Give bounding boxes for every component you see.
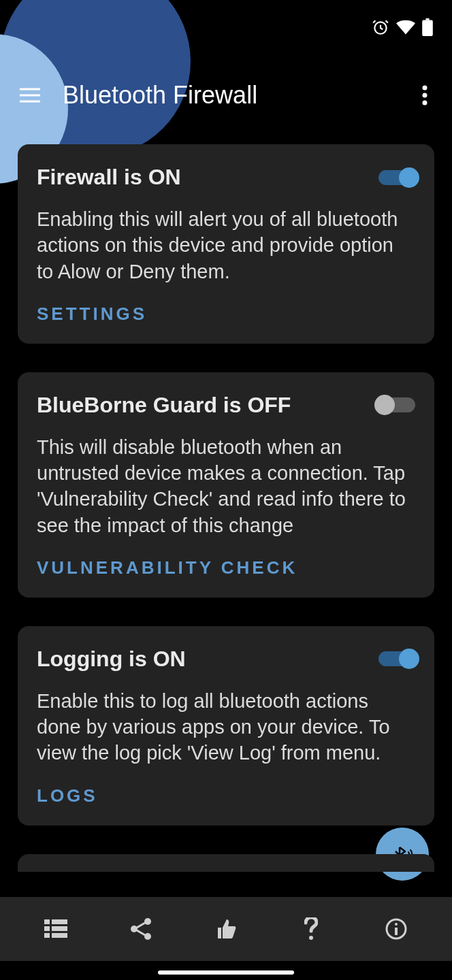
logs-link[interactable]: LOGS: [37, 785, 415, 806]
alarm-icon: [372, 18, 389, 36]
nav-help-button[interactable]: [291, 909, 332, 949]
shield-icon: [105, 18, 120, 36]
svg-point-6: [423, 93, 427, 98]
nav-indicator: [158, 970, 294, 975]
menu-button[interactable]: [14, 79, 46, 112]
svg-rect-4: [425, 18, 429, 20]
status-bar: 10:58 P: [0, 0, 452, 54]
svg-rect-13: [52, 933, 67, 938]
battery-icon: [422, 18, 433, 36]
card-description: This will disable bluetooth when an untr…: [37, 434, 415, 538]
blueborne-toggle[interactable]: [378, 397, 415, 412]
svg-point-7: [423, 101, 427, 105]
svg-rect-11: [52, 926, 67, 931]
svg-point-14: [144, 918, 151, 925]
blueborne-card: BlueBorne Guard is OFF This will disable…: [18, 372, 434, 598]
svg-rect-12: [44, 933, 50, 938]
logging-card: Logging is ON Enable this to log all blu…: [18, 626, 434, 826]
status-time: 10:58: [19, 16, 67, 38]
card-partial: [18, 854, 434, 872]
svg-text:P: P: [82, 22, 88, 33]
wifi-icon: [396, 20, 415, 35]
nav-info-button[interactable]: [376, 909, 417, 949]
logging-toggle[interactable]: [378, 651, 415, 666]
svg-point-17: [309, 936, 313, 940]
nav-share-button[interactable]: [120, 909, 161, 949]
svg-point-5: [423, 86, 427, 91]
card-title: Logging is ON: [37, 647, 186, 672]
bottom-nav: [0, 897, 452, 961]
svg-rect-9: [52, 919, 67, 924]
settings-link[interactable]: SETTINGS: [37, 304, 415, 325]
card-title: Firewall is ON: [37, 165, 181, 190]
vulnerability-check-link[interactable]: VULNERABILITY CHECK: [37, 557, 415, 578]
svg-point-15: [131, 926, 138, 932]
page-title: Bluetooth Firewall: [63, 81, 257, 110]
svg-rect-8: [44, 919, 50, 924]
nav-list-button[interactable]: [35, 909, 76, 949]
svg-rect-3: [422, 20, 433, 36]
svg-rect-10: [44, 926, 50, 931]
svg-point-16: [144, 933, 151, 940]
card-title: BlueBorne Guard is OFF: [37, 393, 291, 418]
firewall-card: Firewall is ON Enabling this will alert …: [18, 144, 434, 344]
parking-icon: P: [78, 19, 94, 35]
nav-like-button[interactable]: [206, 909, 246, 949]
svg-rect-20: [395, 928, 398, 935]
card-description: Enabling this will alert you of all blue…: [37, 206, 415, 284]
svg-point-19: [395, 923, 398, 926]
card-description: Enable this to log all bluetooth actions…: [37, 688, 415, 766]
firewall-toggle[interactable]: [378, 170, 415, 185]
more-options-button[interactable]: [411, 79, 438, 112]
